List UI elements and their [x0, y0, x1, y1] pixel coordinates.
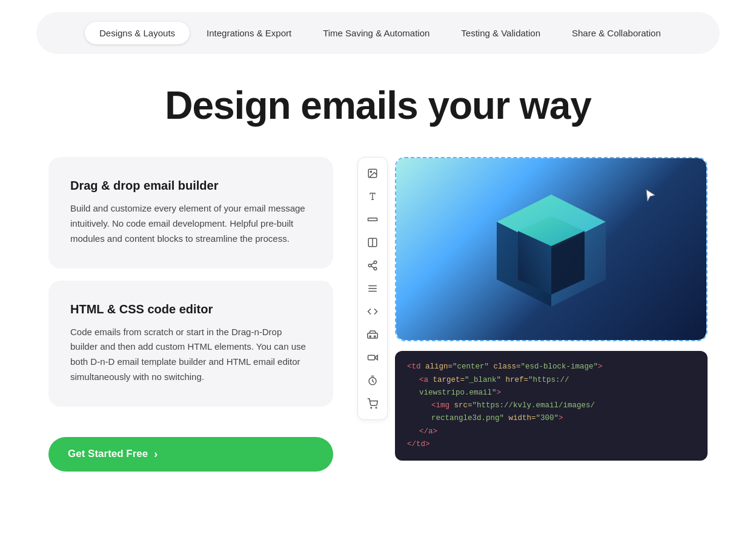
menu-tool-btn[interactable] [362, 278, 383, 299]
tab-integrations[interactable]: Integrations & Export [192, 22, 306, 44]
cube-svg [485, 182, 618, 316]
feature-card-drag-drop: Drag & drop email builder Build and cust… [48, 157, 333, 268]
code-line-6: </a> [407, 425, 695, 438]
code-line-5: rectangle3d.png" width="300"> [407, 412, 695, 425]
columns-tool-btn[interactable] [362, 232, 383, 253]
code-tool-btn[interactable] [362, 301, 383, 322]
tab-designs[interactable]: Designs & Layouts [85, 22, 190, 44]
svg-point-6 [374, 267, 377, 270]
share-tool-btn[interactable] [362, 255, 383, 276]
arrow-icon: › [154, 448, 158, 461]
nav-tabs: Designs & Layouts Integrations & Export … [0, 12, 756, 54]
feature-title-drag-drop: Drag & drop email builder [70, 179, 311, 193]
image-tool-btn[interactable] [362, 162, 383, 184]
feature-title-html-css: HTML & CSS code editor [70, 302, 311, 316]
cursor-indicator [643, 188, 658, 203]
hero-title: Design emails your way [48, 84, 708, 127]
tab-testing[interactable]: Testing & Validation [446, 22, 555, 44]
svg-point-20 [376, 407, 377, 409]
feature-desc-html-css: Code emails from scratch or start in the… [70, 325, 311, 385]
video-tool-btn[interactable] [362, 347, 383, 369]
code-block: <td align="center" class="esd-block-imag… [395, 351, 708, 461]
svg-point-5 [368, 264, 371, 267]
code-line-4: <img src="https://kvly.email/images/ [407, 399, 695, 412]
tab-bar: Designs & Layouts Integrations & Export … [36, 12, 720, 54]
main-content: Design emails your way Drag & drop email… [0, 54, 756, 508]
feature-card-html-css: HTML & CSS code editor Code emails from … [48, 281, 333, 407]
cart-tool-btn[interactable] [362, 393, 383, 415]
code-line-2: <a target="_blank" href="https:// [407, 374, 695, 387]
svg-point-1 [370, 172, 371, 173]
text-tool-btn[interactable] [362, 185, 383, 207]
editor-panel: <td align="center" class="esd-block-imag… [357, 157, 708, 461]
divider-tool-btn[interactable] [362, 208, 383, 230]
cards-column: Drag & drop email builder Build and cust… [48, 157, 333, 471]
get-started-label: Get Started Free [68, 448, 148, 460]
svg-point-19 [371, 407, 372, 409]
svg-rect-15 [368, 356, 375, 361]
tab-share[interactable]: Share & Collaboration [557, 22, 675, 44]
svg-point-14 [374, 336, 376, 337]
visual-area: <td align="center" class="esd-block-imag… [395, 157, 708, 461]
get-started-button[interactable]: Get Started Free › [48, 437, 333, 472]
svg-line-8 [371, 263, 374, 265]
svg-point-4 [374, 261, 377, 264]
cube-visual [396, 158, 706, 340]
content-area: Drag & drop email builder Build and cust… [48, 157, 708, 471]
timer-tool-btn[interactable] [362, 370, 383, 392]
svg-line-7 [371, 267, 374, 268]
feature-desc-drag-drop: Build and customize every element of you… [70, 201, 311, 246]
code-line-7: </td> [407, 438, 695, 451]
car-tool-btn[interactable] [362, 324, 383, 345]
code-line-3: viewstripo.email"> [407, 387, 695, 399]
svg-point-13 [370, 336, 371, 337]
tab-automation[interactable]: Time Saving & Automation [308, 22, 444, 44]
editor-toolbar [357, 157, 388, 420]
svg-rect-12 [368, 333, 378, 338]
code-line-1: <td align="center" class="esd-block-imag… [407, 361, 695, 373]
svg-rect-2 [368, 218, 377, 221]
image-preview[interactable] [395, 157, 708, 341]
